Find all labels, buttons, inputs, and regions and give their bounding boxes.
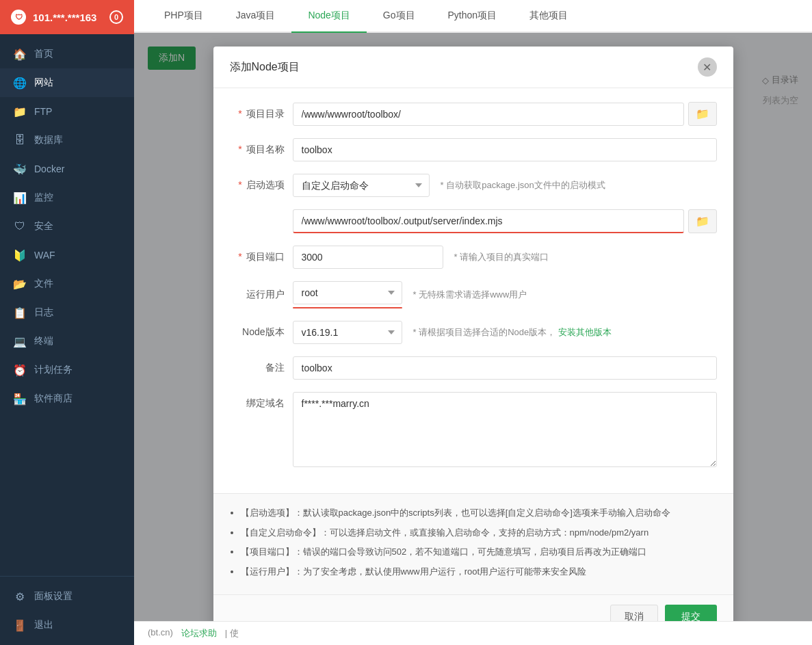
tab-python[interactable]: Python项目 [432, 0, 514, 33]
run-user-select[interactable]: root www [293, 281, 402, 304]
sidebar: 🛡 101.***.***163 0 🏠 首页 🌐 网站 📁 FTP 🗄 数据库… [0, 0, 134, 645]
modal-title: 添加Node项目 [230, 60, 300, 75]
start-option-select[interactable]: 自定义启动命令 [293, 174, 430, 197]
note-item: 【运行用户】：为了安全考虑，默认使用www用户运行，root用户运行可能带来安全… [241, 564, 717, 581]
sidebar-item-label: 首页 [34, 48, 53, 60]
project-dir-label: * 项目目录 [230, 108, 285, 120]
notes-input[interactable] [293, 356, 717, 380]
sidebar-item-waf[interactable]: 🔰 WAF [0, 241, 134, 269]
content-area: 添加N ◇ 目录详 列表为空 添加Node项目 ✕ * [134, 33, 812, 621]
note-item: 【启动选项】：默认读取package.json中的scripts列表，也可以选择… [241, 505, 717, 522]
sidebar-item-docker[interactable]: 🐳 Docker [0, 155, 134, 183]
logout-icon: 🚪 [14, 619, 26, 631]
node-version-label: Node版本 [230, 326, 285, 339]
sidebar-item-terminal[interactable]: 💻 终端 [0, 327, 134, 356]
tab-other[interactable]: 其他项目 [513, 0, 584, 33]
sidebar-item-panel-settings[interactable]: ⚙ 面板设置 [0, 582, 134, 611]
settings-icon: ⚙ [14, 590, 26, 603]
logs-icon: 📋 [14, 306, 26, 319]
note-item: 【项目端口】：错误的端口会导致访问502，若不知道端口，可先随意填写，启动项目后… [241, 544, 717, 561]
sidebar-item-label: 监控 [34, 192, 53, 204]
project-port-input[interactable] [293, 246, 443, 269]
project-name-label: * 项目名称 [230, 144, 285, 156]
sidebar-item-files[interactable]: 📂 文件 [0, 269, 134, 298]
modal-close-button[interactable]: ✕ [698, 57, 717, 77]
forum-link[interactable]: 论坛求助 [181, 627, 217, 640]
domain-row: 绑定域名 f****.***marry.cn [230, 392, 717, 467]
waf-icon: 🔰 [14, 249, 26, 261]
cron-icon: ⏰ [14, 364, 26, 376]
run-user-label: 运行用户 [230, 289, 285, 301]
sidebar-item-monitor[interactable]: 📊 监控 [0, 183, 134, 212]
project-dir-input-group: 📁 [293, 102, 717, 126]
submit-button[interactable]: 提交 [665, 605, 717, 621]
node-version-select[interactable]: v16.19.1 v18.x v20.x [293, 321, 402, 344]
domain-textarea[interactable]: f****.***marry.cn [293, 392, 717, 467]
sidebar-item-label: 安全 [34, 220, 53, 233]
tab-php[interactable]: PHP项目 [148, 0, 220, 33]
home-icon: 🏠 [14, 48, 26, 60]
tabs-bar: PHP项目 Java项目 Node项目 Go项目 Python项目 其他项目 [134, 0, 812, 33]
sidebar-item-home[interactable]: 🏠 首页 [0, 40, 134, 68]
sidebar-item-label: 日志 [34, 306, 53, 319]
sidebar-item-ftp[interactable]: 📁 FTP [0, 97, 134, 126]
run-user-hint: * 无特殊需求请选择www用户 [413, 289, 527, 301]
bottom-text: (bt.cn) [148, 627, 173, 640]
project-port-label: * 项目端口 [230, 251, 285, 263]
tab-node[interactable]: Node项目 [291, 0, 366, 33]
sidebar-item-security[interactable]: 🛡 安全 [0, 212, 134, 241]
sidebar-item-label: 数据库 [34, 134, 63, 146]
custom-cmd-row: 📁 [230, 209, 717, 233]
modal-header: 添加Node项目 ✕ [213, 47, 733, 88]
note-item: 【自定义启动命令】：可以选择启动文件，或直接输入启动命令，支持的启动方式：npm… [241, 525, 717, 542]
sidebar-nav: 🏠 首页 🌐 网站 📁 FTP 🗄 数据库 🐳 Docker 📊 监控 🛡 安全 [0, 34, 134, 576]
modal-overlay: 添加Node项目 ✕ * 项目目录 📁 [134, 33, 812, 621]
sidebar-item-website[interactable]: 🌐 网站 [0, 68, 134, 97]
node-version-hint: * 请根据项目选择合适的Node版本， 安装其他版本 [413, 326, 612, 339]
sidebar-item-label: 面板设置 [34, 590, 73, 603]
bottom-separator: | 使 [225, 627, 239, 640]
modal-body: * 项目目录 📁 * 项目名称 [213, 88, 733, 493]
main-content: PHP项目 Java项目 Node项目 Go项目 Python项目 其他项目 添… [134, 0, 812, 645]
sidebar-item-cron[interactable]: ⏰ 计划任务 [0, 356, 134, 384]
website-icon: 🌐 [14, 77, 26, 89]
server-ip: 101.***.***163 [33, 12, 96, 23]
database-icon: 🗄 [14, 134, 26, 146]
custom-cmd-input[interactable] [293, 209, 684, 233]
notification-badge: 0 [109, 10, 123, 24]
docker-icon: 🐳 [14, 163, 26, 175]
sidebar-item-label: WAF [34, 250, 55, 261]
install-node-link[interactable]: 安装其他版本 [558, 327, 612, 337]
sidebar-bottom: ⚙ 面板设置 🚪 退出 [0, 576, 134, 645]
add-node-project-modal: 添加Node项目 ✕ * 项目目录 📁 [213, 47, 733, 621]
domain-label: 绑定域名 [230, 397, 285, 410]
appstore-icon: 🏪 [14, 393, 26, 405]
sidebar-item-label: FTP [34, 106, 52, 117]
start-option-hint: * 自动获取package.json文件中的启动模式 [441, 179, 605, 192]
start-option-row: * 启动选项 自定义启动命令 * 自动获取package.json文件中的启动模… [230, 174, 717, 197]
sidebar-item-label: 文件 [34, 278, 53, 290]
sidebar-item-label: 计划任务 [34, 364, 73, 376]
custom-cmd-input-group: 📁 [293, 209, 717, 233]
bottom-bar: (bt.cn) 论坛求助 | 使 [134, 621, 812, 645]
sidebar-item-appstore[interactable]: 🏪 软件商店 [0, 384, 134, 413]
run-user-underline [293, 307, 402, 308]
sidebar-item-database[interactable]: 🗄 数据库 [0, 126, 134, 155]
tab-java[interactable]: Java项目 [220, 0, 292, 33]
sidebar-item-label: 软件商店 [34, 393, 73, 405]
tab-go[interactable]: Go项目 [367, 0, 432, 33]
modal-footer: 取消 提交 [213, 594, 733, 621]
terminal-icon: 💻 [14, 335, 26, 347]
run-user-row: 运行用户 root www * 无特殊需求请选择www用户 [230, 281, 717, 308]
sidebar-item-logs[interactable]: 📋 日志 [0, 298, 134, 327]
project-dir-browse-button[interactable]: 📁 [688, 102, 717, 126]
project-name-input[interactable] [293, 138, 717, 161]
ftp-icon: 📁 [14, 105, 26, 118]
sidebar-item-logout[interactable]: 🚪 退出 [0, 611, 134, 640]
cancel-button[interactable]: 取消 [610, 605, 658, 621]
project-dir-input[interactable] [293, 103, 684, 126]
custom-cmd-browse-button[interactable]: 📁 [688, 209, 717, 233]
project-dir-row: * 项目目录 📁 [230, 102, 717, 126]
start-option-label: * 启动选项 [230, 179, 285, 192]
notes-row: 备注 [230, 356, 717, 380]
